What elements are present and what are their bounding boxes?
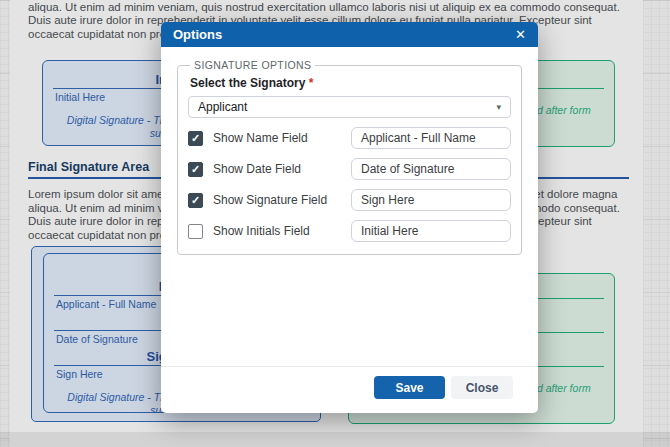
page-bottom-edge xyxy=(0,432,670,447)
show-signature-field-label: Show Signature Field xyxy=(213,193,351,207)
show-signature-field-row: Show Signature Field Sign Here xyxy=(188,189,511,211)
signature-options-legend: SIGNATURE OPTIONS xyxy=(190,59,315,71)
close-button[interactable]: Close xyxy=(451,376,513,399)
initials-field-value-input[interactable]: Initial Here xyxy=(351,220,511,242)
signatory-label: Select the Signatory * xyxy=(190,76,509,90)
signatory-label-text: Select the Signatory xyxy=(190,76,305,90)
show-name-field-label: Show Name Field xyxy=(213,131,351,145)
modal-header: Options ✕ xyxy=(161,22,538,47)
modal-footer: Save Close xyxy=(161,366,538,413)
save-button[interactable]: Save xyxy=(374,376,445,399)
options-modal: Options ✕ SIGNATURE OPTIONS Select the S… xyxy=(161,22,538,413)
final-signature-area-heading: Final Signature Area xyxy=(28,160,149,174)
signature-options-fieldset: SIGNATURE OPTIONS Select the Signatory *… xyxy=(177,59,522,255)
signature-field-value-input[interactable]: Sign Here xyxy=(351,189,511,211)
canvas-right-gutter xyxy=(643,0,670,447)
modal-body: SIGNATURE OPTIONS Select the Signatory *… xyxy=(161,47,538,366)
required-asterisk: * xyxy=(309,76,314,90)
modal-title: Options xyxy=(173,27,222,42)
show-date-field-label: Show Date Field xyxy=(213,162,351,176)
show-name-field-checkbox[interactable] xyxy=(188,131,203,146)
show-date-field-row: Show Date Field Date of Signature xyxy=(188,158,511,180)
show-initials-field-checkbox[interactable] xyxy=(188,224,203,239)
show-signature-field-checkbox[interactable] xyxy=(188,193,203,208)
date-field-value-input[interactable]: Date of Signature xyxy=(351,158,511,180)
name-field-value-input[interactable]: Applicant - Full Name xyxy=(351,127,511,149)
chevron-down-icon: ▾ xyxy=(496,102,501,112)
canvas-left-gutter xyxy=(0,0,10,447)
show-initials-field-label: Show Initials Field xyxy=(213,224,351,238)
signatory-selected-value: Applicant xyxy=(198,100,247,114)
close-icon[interactable]: ✕ xyxy=(515,28,526,41)
show-name-field-row: Show Name Field Applicant - Full Name xyxy=(188,127,511,149)
show-initials-field-row: Show Initials Field Initial Here xyxy=(188,220,511,242)
signatory-select[interactable]: Applicant ▾ xyxy=(188,96,511,118)
show-date-field-checkbox[interactable] xyxy=(188,162,203,177)
